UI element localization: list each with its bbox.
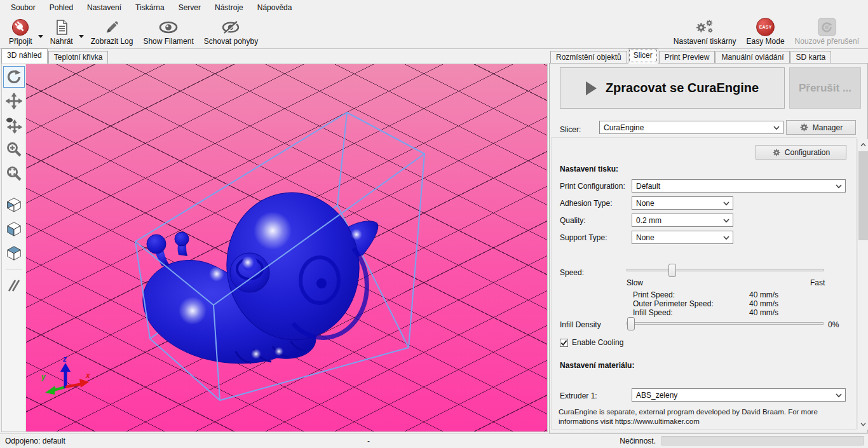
enable-cooling-checkbox[interactable] [560,339,568,347]
kill-slicing-button: Přerušit ... [789,67,861,109]
viewer-toolbar-separator [6,269,22,269]
slicer-select[interactable]: CuraEngine [599,121,783,134]
move-viewpoint-button[interactable] [3,114,25,136]
infill-density-slider[interactable] [627,322,824,325]
slicer-tabpage: Zpracovat se CuraEngine Přerušit ... Sli… [549,63,868,433]
tab-object-placement[interactable]: Rozmístění objektů [550,51,627,64]
print-configuration-select[interactable]: Default [632,179,846,193]
quality-label: Quality: [560,216,586,225]
outer-perimeter-speed-value: 40 mm/s [749,299,778,308]
play-icon [586,81,597,95]
connect-label: Připojit [9,37,32,46]
pencil-icon [103,17,121,37]
view-top-button[interactable] [3,242,25,264]
load-dropdown-caret[interactable] [79,35,84,38]
connection-status: Odpojeno: default [5,437,65,445]
menu-soubor[interactable]: Soubor [4,1,43,15]
material-settings-header: Nastavení materiálu: [560,361,634,370]
scroll-down-button[interactable] [858,419,868,430]
emergency-stop-label: Nouzové přerušení [795,37,859,46]
extruder1-label: Extruder 1: [560,391,597,400]
chevron-down-icon [836,393,842,398]
curaengine-note: CuraEngine is separate, external program… [559,407,852,426]
printer-settings-label: Nastavení tiskárny [674,37,736,46]
chevron-down-icon [836,184,842,189]
zoom-fit-button[interactable] [3,163,25,184]
chevron-down-icon [723,201,729,206]
quality-select[interactable]: 0.2 mm [632,214,733,227]
print-speed-value: 40 mm/s [749,290,778,299]
menu-nastroje[interactable]: Nástroje [208,1,250,15]
show-filament-button[interactable]: Show Filament [138,16,198,48]
slicer-label: Slicer: [560,125,581,134]
control-panel: Rozmístění objektů Slicer Print Preview … [549,50,868,433]
slice-button[interactable]: Zpracovat se CuraEngine [560,67,785,109]
menu-bar: Soubor Pohled Nastavení Tiskárna Server … [0,0,868,15]
hide-moves-button[interactable]: Schovat pohyby [199,16,263,48]
control-tabstrip: Rozmístění objektů Slicer Print Preview … [549,50,832,64]
svg-text:z: z [62,355,67,363]
scroll-up-button[interactable] [858,139,868,150]
speed-slider-thumb[interactable] [668,264,676,277]
tab-manual-control[interactable]: Manuální ovládání [715,51,789,64]
tab-temperature-curve[interactable]: Teplotní křivka [48,51,109,64]
scrollbar-thumb[interactable] [858,151,868,240]
speed-slow-label: Slow [627,278,643,287]
menu-server[interactable]: Server [172,1,208,15]
menu-tiskarna[interactable]: Tiskárna [128,1,172,15]
chevron-down-icon [723,236,729,240]
viewer-panel: 3D náhled Teplotní křivka [0,50,549,433]
view-front-button[interactable] [3,218,25,240]
print-bed-3d-view[interactable]: y z x [26,64,547,431]
infill-speed-value: 40 mm/s [749,308,778,317]
adhesion-type-select[interactable]: None [632,196,733,210]
easy-mode-label: Easy Mode [747,37,785,46]
toolbar-right-group: Nastavení tiskárny EASY Easy Mode Nouzov… [668,16,864,48]
tab-3d-preview[interactable]: 3D náhled [1,48,48,64]
hide-moves-label: Schovat pohyby [204,37,258,46]
easy-mode-icon: EASY [756,18,775,36]
status-center: - [367,437,370,445]
connect-dropdown-caret[interactable] [38,35,43,38]
manager-button[interactable]: Manager [786,120,856,135]
settings-scrollbar[interactable] [857,139,868,430]
menu-nastaveni[interactable]: Nastavení [80,1,128,15]
configuration-button[interactable]: Configuration [756,145,846,160]
rotate-view-button[interactable] [3,66,25,88]
axes-indicator: y z x [41,355,91,395]
enable-cooling-label: Enable Cooling [572,338,623,347]
support-type-select[interactable]: None [632,231,733,244]
connect-button[interactable]: Připojit [4,16,37,48]
load-button[interactable]: Nahrát [45,16,78,48]
zoom-in-button[interactable] [3,139,25,160]
emergency-stop-button[interactable]: Nouzové přerušení [790,16,864,48]
adhesion-type-label: Adhesion Type: [560,199,613,208]
load-label: Nahrát [50,37,73,46]
infill-density-value: 0% [828,320,839,329]
show-log-button[interactable]: Zobrazit Log [86,16,139,48]
tab-print-preview[interactable]: Print Preview [659,51,715,64]
main-toolbar: Připojit Nahrát Zobrazit Log [0,15,868,49]
menu-napoveda[interactable]: Nápověda [250,1,299,15]
svg-text:x: x [85,371,91,380]
tab-slicer[interactable]: Slicer [628,48,658,64]
printer-settings-button[interactable]: Nastavení tiskárny [668,16,742,48]
parallel-projection-button[interactable] [3,275,25,296]
tab-sd-card[interactable]: SD karta [790,51,832,64]
status-bar: Odpojeno: default - Nečinnost. [0,433,868,448]
view-isometric-button[interactable] [3,194,25,215]
show-filament-label: Show Filament [143,37,193,46]
menu-pohled[interactable]: Pohled [43,1,80,15]
speed-label: Speed: [560,268,584,277]
gear-icon [772,148,781,157]
infill-density-slider-thumb[interactable] [627,317,635,330]
plug-icon [11,17,29,37]
easy-mode-button[interactable]: EASY Easy Mode [742,16,790,48]
viewer-toolbar [2,64,26,431]
print-speed-label: Print Speed: [633,290,675,299]
speed-slider[interactable] [627,269,824,271]
progress-bar [661,436,864,445]
extruder1-select[interactable]: ABS_zeleny [632,388,846,402]
check-icon [560,339,567,346]
move-object-button[interactable] [3,90,25,112]
